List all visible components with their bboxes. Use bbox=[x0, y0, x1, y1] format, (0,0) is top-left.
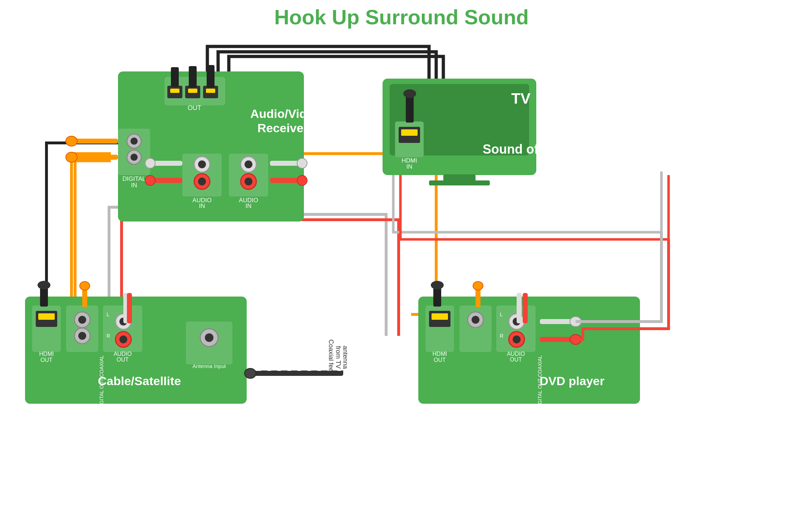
rca-red-plug2-end bbox=[297, 175, 307, 185]
cable-hdmi-out-label2: OUT bbox=[40, 357, 53, 363]
cable-label: Cable/Satellite bbox=[98, 374, 181, 388]
hdmi-cable3 bbox=[207, 65, 215, 88]
receiver-label: Audio/Video bbox=[250, 107, 321, 120]
dvd-audio-L: L bbox=[500, 312, 503, 317]
tv-hdmi-cable bbox=[406, 95, 414, 123]
antenna-cable-end bbox=[245, 368, 256, 378]
hdmi-gold3 bbox=[206, 89, 215, 93]
coaxial-feed-label3: antenna bbox=[342, 345, 349, 369]
tv-sound-off: Sound off bbox=[483, 142, 543, 156]
recv-audio2-red-inner bbox=[245, 178, 252, 185]
dvd-hdmi-out-label: HDMI bbox=[433, 351, 447, 357]
tv-hdmi-in-label2: IN bbox=[407, 163, 413, 170]
tv-stand-base bbox=[429, 180, 490, 185]
cable-box-hdmi-wire-end bbox=[38, 281, 50, 289]
dvd-label: DVD player bbox=[540, 374, 604, 388]
dvd-red-audio-plug bbox=[523, 293, 528, 323]
cable-coax-socket1-inner bbox=[78, 316, 86, 324]
coaxial-feed-label2: from TV bbox=[335, 346, 342, 369]
receiver-label2: Receiver bbox=[257, 121, 308, 135]
cable-digital-out-label: DIGITAL OUT COAXIAL bbox=[99, 355, 104, 409]
dvd-audio-out-label2: OUT bbox=[510, 357, 522, 363]
antenna-socket-inner bbox=[205, 333, 213, 342]
cable-audio-red-inner bbox=[119, 335, 127, 343]
cable-red-audio-plug bbox=[127, 293, 132, 323]
page-title: Hook Up Surround Sound bbox=[274, 5, 529, 29]
receiver-rca-socket2-inner bbox=[130, 154, 138, 161]
cable-audio-out-label: AUDIO bbox=[114, 351, 132, 357]
dvd-orange-plug-end bbox=[473, 282, 483, 290]
hdmi-gold1 bbox=[170, 89, 179, 93]
dvd-hdmi-out-label2: OUT bbox=[434, 357, 446, 363]
dvd-box-hdmi-wire-end bbox=[431, 281, 444, 289]
cable-coax-socket2-inner bbox=[78, 332, 86, 340]
dvd-audio-out-label: AUDIO bbox=[507, 351, 525, 357]
rca-red-plug1-end bbox=[145, 175, 155, 185]
digital-in-label2: IN bbox=[131, 182, 137, 189]
receiver-out-label: OUT bbox=[188, 104, 201, 111]
cable-audio-out-label2: OUT bbox=[117, 357, 129, 363]
tv-label: TV bbox=[511, 90, 531, 107]
orange-plug2-end bbox=[66, 152, 77, 162]
audio-in1-label2: IN bbox=[199, 203, 205, 209]
tv-hdmi-gold bbox=[401, 129, 418, 136]
recv-audio2-white-inner bbox=[245, 160, 252, 168]
coaxial-feed-label: Coaxial feed bbox=[327, 339, 335, 375]
cable-audio-R: R bbox=[107, 333, 110, 339]
dvd-hdmi-gold bbox=[432, 313, 448, 320]
hdmi-gold2 bbox=[188, 89, 197, 93]
antenna-input-label: Antenna Input bbox=[192, 363, 226, 369]
orange-plug1-end bbox=[66, 136, 77, 146]
hdmi-cable2 bbox=[189, 66, 197, 88]
dvd-coax-socket1-inner bbox=[472, 316, 479, 324]
rca-white-plug1-end bbox=[145, 158, 155, 168]
cable-audio-L: L bbox=[107, 312, 109, 317]
dvd-audio-R: R bbox=[500, 333, 503, 339]
audio-in2-label2: IN bbox=[246, 203, 252, 209]
receiver-rca-socket1-inner bbox=[130, 138, 138, 145]
recv-audio1-red-inner bbox=[198, 178, 206, 185]
orange-plug2 bbox=[72, 155, 118, 160]
cable-hdmi-out-label: HDMI bbox=[39, 351, 54, 357]
rca-white-plug2-end bbox=[297, 158, 307, 168]
cable-coaxial-wire bbox=[72, 154, 111, 311]
digital-in-label: DIGITAL bbox=[123, 175, 146, 182]
orange-plug1 bbox=[72, 139, 118, 144]
hdmi-cable1 bbox=[171, 67, 179, 87]
dvd-digital-out-label: DIGITAL OUT COAXIAL bbox=[537, 355, 543, 409]
tv-hdmi-cable-end bbox=[403, 89, 416, 98]
recv-audio1-white-inner bbox=[198, 160, 206, 168]
cable-hdmi-gold bbox=[38, 313, 55, 320]
dvd-audio-red-inner bbox=[513, 335, 521, 343]
cable-orange-plug1-end bbox=[80, 282, 90, 290]
dvd-white-audio-plug bbox=[517, 293, 522, 323]
